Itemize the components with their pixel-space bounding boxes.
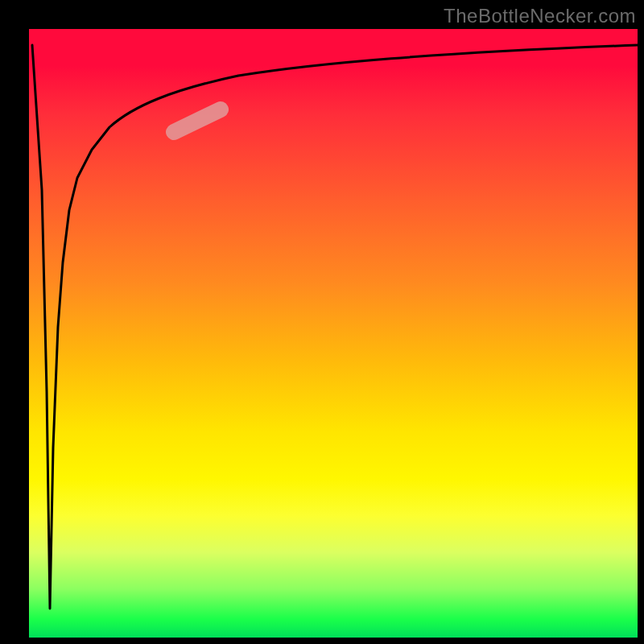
chart-frame: TheBottleNecker.com <box>0 0 644 644</box>
bottleneck-curve <box>32 45 638 609</box>
watermark-text: TheBottleNecker.com <box>444 5 636 27</box>
highlight-pill <box>174 109 221 132</box>
curve-layer <box>29 29 638 638</box>
